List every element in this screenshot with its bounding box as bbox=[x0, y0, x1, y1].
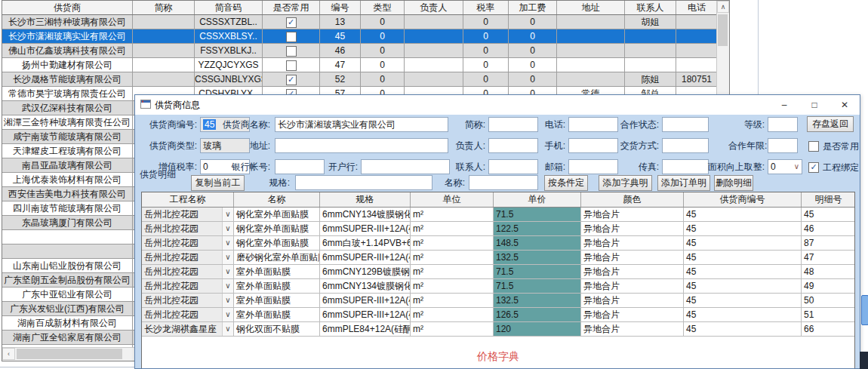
delivery-input[interactable] bbox=[662, 138, 709, 153]
common-checkbox-cell: ✓ bbox=[263, 15, 320, 29]
column-header[interactable]: 联系人 bbox=[625, 1, 676, 14]
project-combo[interactable]: 岳州北控花园∨ bbox=[142, 294, 234, 307]
column-header[interactable]: 类型 bbox=[361, 1, 405, 14]
detail-row[interactable]: 岳州北控花园∨室外单面贴膜6mmSUPER-III+12A(硅...m²126.… bbox=[142, 308, 854, 322]
column-header[interactable]: 简称 bbox=[133, 1, 195, 14]
project-combo[interactable]: 岳州北控花园∨ bbox=[142, 236, 234, 250]
column-header[interactable]: 单价 bbox=[494, 192, 581, 207]
add-dict-detail-button[interactable]: 添加字典明细 bbox=[599, 175, 652, 191]
coop-years-input[interactable] bbox=[768, 138, 798, 153]
checkbox-checked-icon[interactable]: ✓ bbox=[286, 17, 297, 28]
project-combo[interactable]: 岳州北控花园∨ bbox=[142, 208, 234, 221]
column-header[interactable]: 电话 bbox=[676, 1, 718, 14]
column-header[interactable]: 单位 bbox=[411, 192, 494, 207]
spec-filter-input[interactable] bbox=[295, 175, 432, 190]
common-use-checkbox[interactable]: 是否常用 bbox=[808, 140, 859, 152]
contact-input[interactable] bbox=[488, 159, 538, 174]
cell: 胡姐 bbox=[625, 15, 676, 29]
save-return-button[interactable]: 存盘返回 bbox=[807, 116, 854, 132]
phone-input[interactable] bbox=[568, 117, 618, 132]
cell bbox=[405, 29, 463, 43]
column-header[interactable]: 规格 bbox=[320, 192, 411, 207]
cell: 45 bbox=[684, 294, 802, 307]
project-combo[interactable]: 岳州北控花园∨ bbox=[142, 222, 234, 235]
scrollbar-thumb[interactable] bbox=[718, 14, 728, 46]
email-input[interactable] bbox=[568, 159, 618, 174]
address-input[interactable] bbox=[275, 138, 448, 153]
column-header[interactable]: 工程名称 bbox=[142, 192, 234, 207]
fax-input[interactable] bbox=[662, 159, 709, 174]
checkbox-unchecked-icon[interactable] bbox=[286, 46, 297, 57]
project-combo[interactable]: 长沙龙湖祺鑫星座∨ bbox=[142, 322, 234, 336]
detail-row[interactable]: 岳州北控花园∨室外单面贴膜6mmCNY129B镀膜钢化m²71.5异地合片454… bbox=[142, 265, 854, 279]
table-row[interactable]: 扬州中勤建材有限公司YZZQJCYXGS47000 bbox=[2, 58, 729, 72]
checkbox-unchecked-icon[interactable] bbox=[286, 32, 297, 42]
delete-detail-button[interactable]: 删除明细 bbox=[714, 175, 753, 191]
detail-row[interactable]: 岳州北控花园∨室外单面贴膜6mmSUPER-III+12A(硅...m²132.… bbox=[142, 294, 854, 308]
supplier-name-input[interactable]: 长沙市潇湘玻璃实业有限公司 bbox=[275, 117, 448, 132]
checkbox-unchecked-icon[interactable] bbox=[286, 60, 297, 71]
detail-row[interactable]: 岳州北控花园∨钢化室外单面贴膜6mmCNY134镀膜钢化m²71.5异地合片45… bbox=[142, 208, 854, 222]
mobile-input[interactable] bbox=[568, 138, 618, 153]
manager-input[interactable] bbox=[488, 138, 538, 153]
cell bbox=[405, 72, 463, 86]
cell bbox=[676, 15, 718, 29]
project-combo[interactable]: 岳州北控花园∨ bbox=[142, 279, 234, 293]
background-scrollbar-thumb[interactable] bbox=[861, 295, 868, 325]
grade-input[interactable] bbox=[768, 117, 798, 132]
column-header[interactable]: 供货商编号 bbox=[684, 192, 802, 207]
cell: 长沙市潇湘玻璃实业有限公司 bbox=[2, 29, 133, 43]
scroll-left-icon[interactable]: ‹ bbox=[2, 348, 15, 360]
column-header[interactable]: 名称 bbox=[234, 192, 320, 207]
detail-row[interactable]: 岳州北控花园∨钢化室外单面贴膜6mmSUPER-III+12A(硅...m²12… bbox=[142, 222, 854, 236]
column-header[interactable]: 税率 bbox=[463, 1, 509, 14]
column-header[interactable]: 供货商 bbox=[2, 1, 133, 14]
column-header[interactable]: 是否常用 bbox=[263, 1, 320, 14]
detail-row[interactable]: 岳州北控花园∨钢化室外单面贴膜6mm白玻+1.14PVB+6mm...m²148… bbox=[142, 236, 854, 251]
column-header[interactable]: 简音码 bbox=[195, 1, 263, 14]
column-header[interactable]: 颜色 bbox=[581, 192, 684, 207]
project-combo[interactable]: 岳州北控花园∨ bbox=[142, 251, 234, 264]
copy-project-button[interactable]: 复制当前工程 bbox=[191, 175, 245, 191]
scroll-up-icon[interactable]: ∧ bbox=[717, 1, 729, 13]
cell bbox=[133, 58, 195, 72]
project-combo[interactable]: 岳州北控花园∨ bbox=[142, 265, 234, 278]
column-header[interactable]: 编号 bbox=[320, 1, 361, 14]
column-header[interactable]: 负责人 bbox=[405, 1, 463, 14]
table-row[interactable]: 长沙市三湘特种玻璃有限公司CSSSXTZBL..✓13000胡姐 bbox=[2, 15, 729, 29]
table-row[interactable]: 长沙市潇湘玻璃实业有限公司CSSXXBLSY..45000 bbox=[2, 29, 729, 44]
bank-input[interactable] bbox=[361, 159, 450, 174]
project-bind-checkbox[interactable]: ✓工程绑定 bbox=[808, 161, 859, 174]
detail-row[interactable]: 岳州北控花园∨室外单面贴膜6mmCNY134镀膜钢化m²71.5异地合片4549 bbox=[142, 279, 854, 294]
maximize-button[interactable]: □ bbox=[799, 95, 830, 115]
dialog-titlebar[interactable]: 供货商信息 – □ ✕ bbox=[135, 95, 860, 115]
cell: m² bbox=[411, 322, 494, 336]
coop-status-input[interactable] bbox=[662, 117, 709, 132]
name-filter-input[interactable] bbox=[469, 175, 538, 190]
cell: FSSYXBLKJ.. bbox=[195, 44, 263, 57]
column-header[interactable]: 加工费 bbox=[509, 1, 557, 14]
cell: 13 bbox=[320, 15, 361, 29]
column-header[interactable]: 地址 bbox=[557, 1, 625, 14]
column-header[interactable]: 明细号 bbox=[802, 192, 855, 207]
table-row[interactable]: 长沙晟格节能玻璃有限公司CSSGJNBLYXGS✓52000陈姐180751 bbox=[2, 72, 729, 87]
detail-grid: 工程名称名称规格单位单价颜色供货商编号明细号岳州北控花园∨钢化室外单面贴膜6mm… bbox=[141, 192, 855, 368]
scrollbar-thumb[interactable] bbox=[17, 349, 122, 359]
supplier-id-label: 供货商编号: bbox=[138, 117, 197, 132]
add-order-detail-button[interactable]: 添加订单明细 bbox=[657, 175, 710, 191]
email-label: 邮箱: bbox=[541, 159, 565, 174]
minimize-button[interactable]: – bbox=[769, 95, 799, 115]
detail-row[interactable]: 岳州北控花园∨磨砂钢化室外单面贴膜6mmSUPER-III+12A(硅...m²… bbox=[142, 251, 854, 265]
fax-label: 传真: bbox=[620, 159, 659, 174]
area-round-select[interactable]: 0∨ bbox=[768, 159, 802, 174]
bank-account-input[interactable] bbox=[275, 159, 325, 174]
detail-row[interactable]: 长沙龙湖祺鑫星座∨钢化双面不贴膜6mmPLE84+12A(硅酮胶...m²120… bbox=[142, 322, 854, 337]
project-combo[interactable]: 岳州北控花园∨ bbox=[142, 308, 234, 321]
cell: 异地合片 bbox=[581, 208, 684, 221]
close-button[interactable]: ✕ bbox=[830, 95, 860, 115]
cell: m² bbox=[411, 294, 494, 307]
checkbox-checked-icon[interactable]: ✓ bbox=[286, 75, 297, 85]
table-row[interactable]: 佛山市亿鑫玻璃科技有限公司FSSYXBLKJ..46000 bbox=[2, 44, 729, 58]
abbr-input[interactable] bbox=[488, 117, 538, 132]
locate-button[interactable]: 按条件定位 bbox=[544, 175, 588, 191]
